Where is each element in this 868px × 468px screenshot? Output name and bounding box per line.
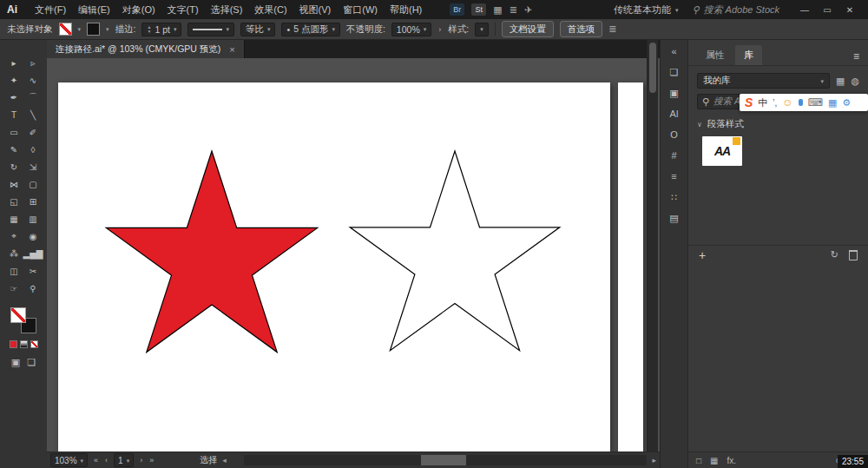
share-icon[interactable]: ✈ — [524, 4, 532, 16]
free-transform-tool[interactable]: ▢ — [23, 175, 43, 193]
outline-star[interactable] — [350, 151, 560, 351]
page-dropdown[interactable]: 1 ▾ — [114, 453, 134, 467]
zoom-dropdown[interactable]: 103% ▾ — [50, 453, 88, 467]
first-page-icon[interactable]: « — [93, 456, 99, 465]
tab-properties[interactable]: 属性 — [697, 45, 733, 65]
preferences-button[interactable]: 首选项 — [560, 21, 603, 37]
direct-selection-tool[interactable]: ▹ — [23, 54, 43, 71]
stock-icon[interactable]: St — [471, 3, 486, 16]
add-item-button[interactable]: + — [699, 248, 706, 262]
close-tab-icon[interactable]: × — [229, 44, 234, 55]
scale-tool[interactable]: ⇲ — [23, 158, 43, 175]
refresh-icon[interactable]: ↻ — [831, 249, 838, 260]
stock-search[interactable]: ⚲ 搜索 Adobe Stock — [693, 3, 780, 16]
workspace-switcher[interactable]: 传统基本功能 ▾ — [614, 3, 679, 16]
style-dropdown[interactable]: ▾ — [475, 23, 489, 36]
red-star[interactable] — [106, 151, 317, 353]
close-button[interactable]: ✕ — [838, 5, 861, 15]
layers-panel-icon[interactable]: ❏ — [664, 65, 685, 79]
scroll-right-icon[interactable]: ▸ — [652, 456, 656, 465]
artboard-tool[interactable]: ◫ — [4, 262, 23, 280]
ime-language-icon[interactable]: 中 — [758, 96, 767, 109]
delete-icon[interactable] — [849, 250, 858, 260]
align-panel-icon[interactable]: ≡ — [664, 169, 685, 183]
horizontal-scroll-thumb[interactable] — [421, 455, 466, 465]
tab-libraries[interactable]: 库 — [735, 45, 762, 65]
pen-tool[interactable]: ✒ — [4, 89, 23, 106]
menu-effect[interactable]: 效果(C) — [249, 2, 292, 18]
arrange-documents-icon[interactable]: ▦ — [493, 4, 502, 16]
artboards-panel-icon[interactable]: ▣ — [664, 86, 685, 100]
hand-tool[interactable]: ☞ — [4, 280, 23, 297]
appearance-panel-icon[interactable]: ▤ — [664, 211, 685, 225]
paragraph-style-thumbnail[interactable]: AA — [702, 136, 742, 166]
perspective-grid-tool[interactable]: ⊞ — [23, 193, 43, 210]
mesh-tool[interactable]: ▦ — [4, 210, 23, 227]
brush-dropdown[interactable]: • 5 点圆形 ▾ — [281, 23, 339, 36]
restore-button[interactable]: ▭ — [816, 5, 838, 15]
vertical-scrollbar[interactable] — [647, 40, 658, 468]
swatches-panel-icon[interactable]: ∷ — [664, 190, 685, 204]
slice-tool[interactable]: ✂ — [23, 262, 43, 280]
eyedropper-tool[interactable]: ⌖ — [4, 227, 23, 245]
menu-window[interactable]: 窗口(W) — [338, 2, 383, 18]
menu-edit[interactable]: 编辑(E) — [73, 2, 115, 18]
microphone-icon[interactable] — [799, 99, 803, 106]
bridge-icon[interactable]: Br — [450, 3, 464, 16]
none-swatch[interactable] — [30, 340, 38, 348]
paragraph-styles-section[interactable]: ∨ 段落样式 — [697, 118, 859, 130]
symbol-sprayer-tool[interactable]: ⁂ — [4, 245, 23, 262]
document-viewport[interactable] — [47, 58, 660, 452]
rectangle-tool[interactable]: ▭ — [4, 123, 23, 141]
scroll-left-icon[interactable]: ◂ — [222, 456, 227, 465]
more-options-icon[interactable]: › — [437, 25, 442, 34]
shape-builder-tool[interactable]: ◱ — [4, 193, 23, 210]
stroke-panel-icon[interactable]: O — [664, 128, 685, 142]
ime-punctuation-icon[interactable]: ’, — [773, 98, 777, 108]
artboard[interactable] — [58, 82, 610, 452]
keyboard-icon[interactable]: ⌨ — [808, 96, 823, 109]
paintbrush-tool[interactable]: ✐ — [23, 123, 43, 141]
line-segment-tool[interactable]: ╲ — [23, 106, 43, 123]
screen-mode-icon[interactable]: ❏ — [27, 357, 36, 368]
type-tool[interactable]: T — [4, 106, 23, 123]
width-tool[interactable]: ⋈ — [4, 175, 23, 193]
panel-menu-icon[interactable]: ≡ — [853, 50, 859, 65]
artboard-canvas[interactable] — [58, 82, 610, 452]
selection-tool[interactable]: ▸ — [4, 54, 23, 71]
menu-view[interactable]: 视图(V) — [294, 2, 337, 18]
gradient-tool[interactable]: ▥ — [23, 210, 43, 227]
stroke-style-dropdown[interactable]: ▾ — [187, 23, 234, 36]
transform-panel-icon[interactable]: # — [664, 148, 685, 162]
opacity-dropdown[interactable]: 100% ▾ — [391, 23, 431, 36]
document-tab[interactable]: 连接路径.ai* @ 103% (CMYK/GPU 预览) × — [47, 40, 245, 58]
sogou-logo-icon[interactable]: S — [745, 96, 753, 109]
rotate-tool[interactable]: ↻ — [4, 158, 23, 175]
stepper-icon[interactable]: ▲▼ — [147, 25, 151, 34]
lasso-tool[interactable]: ∿ — [23, 71, 43, 89]
panel-options-icon[interactable]: ≣ — [608, 23, 616, 35]
zoom-tool[interactable]: ⚲ — [23, 280, 43, 297]
stroke-swatch[interactable] — [87, 23, 100, 36]
toolbox-icon[interactable]: ▦ — [828, 97, 837, 109]
library-select[interactable]: 我的库 ▾ — [697, 73, 830, 89]
fill-caret-icon[interactable]: ▾ — [78, 26, 82, 32]
document-setup-button[interactable]: 文档设置 — [502, 21, 554, 37]
eraser-tool[interactable]: ◊ — [23, 141, 43, 158]
emoji-icon[interactable]: ☺ — [782, 96, 792, 109]
vertical-scroll-thumb[interactable] — [649, 43, 656, 93]
menu-select[interactable]: 选择(S) — [206, 2, 248, 18]
stroke-width-field[interactable]: ▲▼ 1 pt ▾ — [141, 23, 181, 36]
character-panel-icon[interactable]: Al — [664, 107, 685, 121]
settings-gear-icon[interactable]: ⚙ — [842, 97, 851, 109]
column-graph-tool[interactable]: ▂▅▇ — [23, 245, 43, 262]
menu-object[interactable]: 对象(O) — [117, 2, 161, 18]
minimize-button[interactable]: — — [793, 5, 816, 15]
color-swatch[interactable] — [10, 340, 17, 348]
blend-tool[interactable]: ◉ — [23, 227, 43, 245]
fx-icon[interactable]: fx. — [727, 456, 737, 465]
next-page-icon[interactable]: › — [139, 456, 143, 465]
shaper-tool[interactable]: ✎ — [4, 141, 23, 158]
width-profile-dropdown[interactable]: 等比 ▾ — [240, 23, 276, 36]
fill-color-indicator[interactable] — [10, 307, 26, 323]
